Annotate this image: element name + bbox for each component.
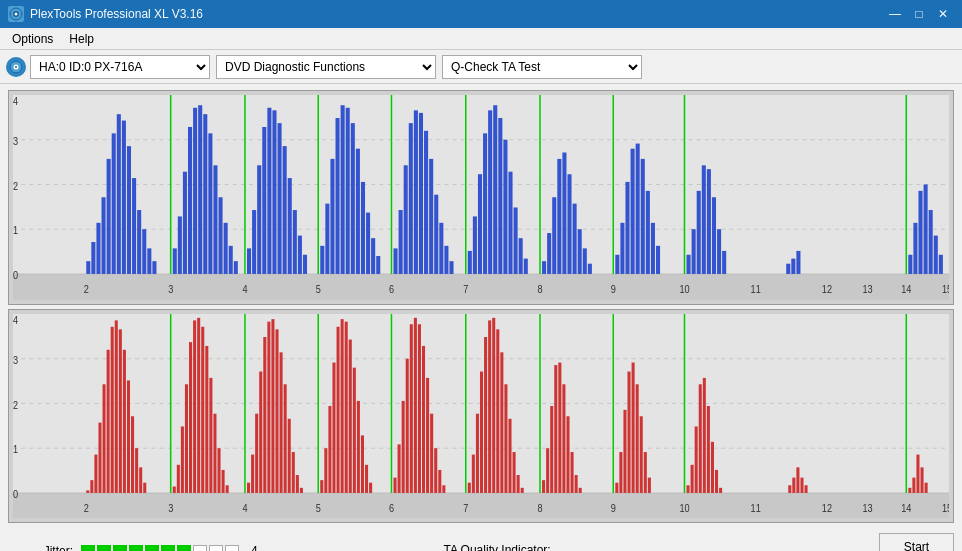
svg-rect-280 xyxy=(788,485,791,493)
svg-rect-227 xyxy=(418,324,421,493)
jitter-seg-2 xyxy=(97,545,111,551)
svg-rect-164 xyxy=(98,422,101,492)
svg-rect-273 xyxy=(695,426,698,492)
svg-rect-252 xyxy=(550,406,553,493)
svg-text:12: 12 xyxy=(822,502,832,514)
svg-rect-239 xyxy=(484,337,487,493)
svg-rect-271 xyxy=(687,485,690,493)
svg-rect-56 xyxy=(303,255,307,274)
svg-rect-51 xyxy=(278,123,282,274)
menu-help[interactable]: Help xyxy=(61,30,102,48)
svg-rect-283 xyxy=(800,477,803,492)
svg-rect-27 xyxy=(142,229,146,274)
svg-rect-112 xyxy=(636,144,640,274)
svg-rect-266 xyxy=(636,384,639,493)
menu-options[interactable]: Options xyxy=(4,30,61,48)
svg-rect-237 xyxy=(476,413,479,492)
svg-rect-194 xyxy=(255,413,258,492)
svg-rect-208 xyxy=(324,448,327,493)
svg-rect-169 xyxy=(119,329,122,493)
svg-rect-79 xyxy=(434,195,438,274)
svg-rect-180 xyxy=(185,384,188,493)
svg-rect-97 xyxy=(542,261,546,274)
svg-rect-224 xyxy=(406,358,409,492)
svg-rect-221 xyxy=(394,477,397,492)
svg-rect-103 xyxy=(573,204,577,274)
svg-rect-18 xyxy=(96,223,100,274)
svg-rect-16 xyxy=(86,261,90,274)
svg-rect-36 xyxy=(198,105,202,274)
maximize-button[interactable]: □ xyxy=(908,5,930,23)
svg-rect-182 xyxy=(193,320,196,493)
svg-rect-119 xyxy=(692,229,696,274)
minimize-button[interactable]: — xyxy=(884,5,906,23)
top-chart-inner: 0 1 2 3 4 xyxy=(13,95,949,300)
svg-rect-259 xyxy=(579,487,582,492)
svg-text:0: 0 xyxy=(13,269,18,281)
svg-rect-201 xyxy=(284,384,287,493)
svg-rect-268 xyxy=(644,452,647,493)
svg-rect-193 xyxy=(251,454,254,492)
svg-rect-43 xyxy=(234,261,238,274)
svg-rect-264 xyxy=(628,371,631,492)
svg-rect-277 xyxy=(711,441,714,492)
svg-rect-40 xyxy=(219,197,223,274)
svg-rect-54 xyxy=(293,210,297,274)
svg-text:2: 2 xyxy=(13,180,18,192)
svg-rect-170 xyxy=(123,349,126,492)
svg-rect-162 xyxy=(90,480,93,493)
svg-rect-52 xyxy=(283,146,287,274)
title-bar: PlexTools Professional XL V3.16 — □ ✕ xyxy=(0,0,962,28)
svg-rect-248 xyxy=(521,487,524,492)
svg-text:9: 9 xyxy=(611,502,616,514)
start-button[interactable]: Start xyxy=(879,533,954,551)
svg-rect-106 xyxy=(588,264,592,274)
svg-rect-243 xyxy=(500,352,503,493)
svg-rect-171 xyxy=(127,380,130,492)
svg-rect-115 xyxy=(651,223,655,274)
svg-rect-65 xyxy=(356,149,360,274)
svg-text:15: 15 xyxy=(942,283,949,295)
svg-rect-222 xyxy=(398,444,401,493)
svg-text:11: 11 xyxy=(751,502,761,514)
svg-rect-114 xyxy=(646,191,650,274)
svg-text:11: 11 xyxy=(751,283,761,295)
svg-rect-246 xyxy=(513,452,516,493)
jitter-seg-4 xyxy=(129,545,143,551)
svg-text:4: 4 xyxy=(13,95,18,107)
svg-rect-72 xyxy=(399,210,403,274)
svg-rect-32 xyxy=(178,216,182,274)
svg-rect-195 xyxy=(259,371,262,492)
svg-rect-244 xyxy=(504,384,507,493)
svg-rect-90 xyxy=(498,118,502,274)
svg-rect-69 xyxy=(376,256,380,274)
svg-rect-261 xyxy=(615,482,618,492)
svg-text:3: 3 xyxy=(168,283,173,295)
right-buttons: Start ℹ xyxy=(879,529,954,551)
svg-rect-251 xyxy=(546,448,549,493)
svg-rect-242 xyxy=(496,329,499,493)
jitter-seg-1 xyxy=(81,545,95,551)
svg-rect-257 xyxy=(571,452,574,493)
svg-rect-113 xyxy=(641,159,645,274)
svg-rect-130 xyxy=(908,255,912,274)
jitter-progress xyxy=(81,545,239,551)
svg-text:8: 8 xyxy=(537,502,542,514)
svg-rect-33 xyxy=(183,172,187,274)
function-dropdown[interactable]: DVD Diagnostic Functions xyxy=(216,55,436,79)
svg-rect-99 xyxy=(552,197,556,274)
bottom-controls: Jitter: 4 Peak Shift: xyxy=(0,527,962,551)
svg-rect-62 xyxy=(341,105,345,274)
svg-text:0: 0 xyxy=(13,488,18,500)
svg-rect-34 xyxy=(188,127,192,274)
svg-rect-218 xyxy=(365,464,368,492)
svg-rect-282 xyxy=(796,467,799,493)
svg-rect-118 xyxy=(687,255,691,274)
svg-rect-45 xyxy=(247,248,251,274)
svg-text:7: 7 xyxy=(463,502,468,514)
close-button[interactable]: ✕ xyxy=(932,5,954,23)
drive-dropdown[interactable]: HA:0 ID:0 PX-716A xyxy=(30,55,210,79)
svg-rect-78 xyxy=(429,159,433,274)
test-dropdown[interactable]: Q-Check TA Test xyxy=(442,55,642,79)
jitter-seg-7 xyxy=(177,545,191,551)
